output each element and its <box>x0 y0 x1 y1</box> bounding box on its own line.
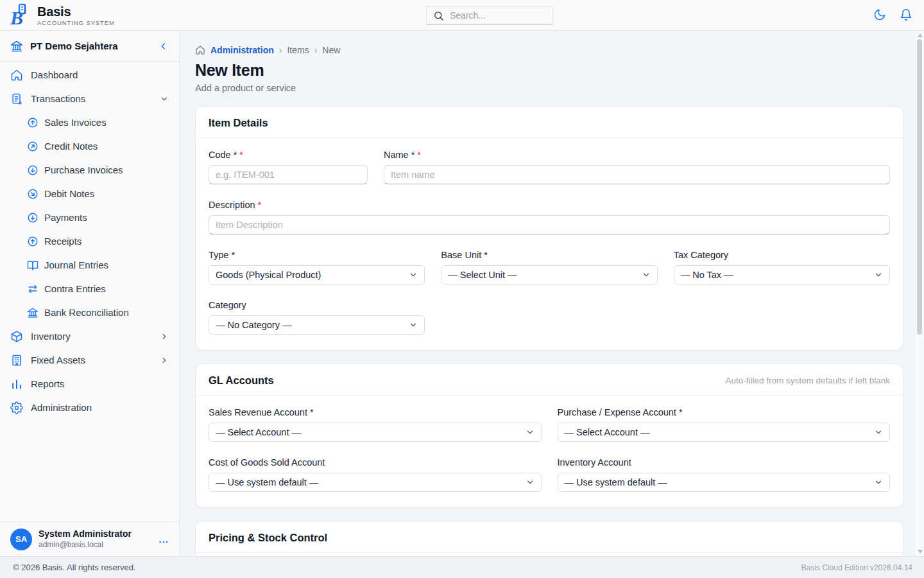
swap-arrows-icon <box>27 283 38 295</box>
description-input[interactable] <box>209 215 890 234</box>
chevron-down-icon <box>160 94 169 103</box>
chevron-down-icon <box>409 270 418 279</box>
user-menu-button[interactable]: ... <box>158 534 169 545</box>
receipt-icon <box>10 92 23 105</box>
page-title: New Item <box>195 61 903 80</box>
scrollbar-thumb[interactable] <box>917 39 922 335</box>
code-label: Code ** <box>209 150 368 160</box>
gl-accounts-card: GL Accounts Auto-filled from system defa… <box>195 363 903 508</box>
sidebar-item-sales-invoices[interactable]: Sales Invoices <box>0 110 179 134</box>
sidebar-item-bank-reconciliation[interactable]: Bank Reconciliation <box>0 301 179 324</box>
purchase-expense-account-select[interactable]: — Select Account — <box>558 423 891 442</box>
sidebar-nav: Dashboard Transactions Sales Invoices Cr… <box>0 62 179 521</box>
sidebar-item-fixed-assets[interactable]: Fixed Assets <box>0 348 179 372</box>
brand-tagline: ACCOUNTING SYSTEM <box>37 19 115 26</box>
sidebar-item-receipts[interactable]: Receipts <box>0 229 179 253</box>
breadcrumb-separator: › <box>314 45 318 55</box>
bar-chart-icon <box>10 378 23 390</box>
arrow-down-circle-icon <box>27 212 38 223</box>
inventory-account-label: Inventory Account <box>558 457 891 468</box>
sidebar-item-dashboard[interactable]: Dashboard <box>0 63 179 87</box>
sidebar-item-transactions[interactable]: Transactions <box>0 87 179 110</box>
breadcrumb: Administration › Items › New <box>195 45 903 55</box>
inventory-account-select[interactable]: — Use system default — <box>558 473 891 492</box>
required-mark: * <box>417 150 421 160</box>
cube-icon <box>10 330 23 343</box>
main-content: Administration › Items › New New Item Ad… <box>180 31 924 556</box>
user-email: admin@basis.local <box>38 540 152 550</box>
building-icon <box>10 354 23 367</box>
sidebar-item-administration[interactable]: Administration <box>0 396 179 419</box>
copyright-text: © 2026 Basis. All rights reserved. <box>13 563 136 572</box>
sidebar-item-journal-entries[interactable]: Journal Entries <box>0 253 179 277</box>
tax-category-select[interactable]: — No Tax — <box>674 265 890 285</box>
company-selector[interactable]: PT Demo Sejahtera <box>0 31 179 62</box>
notifications-bell-icon[interactable] <box>900 8 912 21</box>
chevron-down-icon <box>874 270 883 279</box>
breadcrumb-items[interactable]: Items <box>287 45 309 55</box>
chevron-right-icon <box>160 332 169 341</box>
sidebar-collapse-icon[interactable] <box>158 41 169 51</box>
chevron-right-icon <box>160 356 169 365</box>
bank-icon <box>27 307 38 319</box>
chevron-down-icon <box>409 320 418 329</box>
chevron-down-icon <box>874 478 883 487</box>
search-input[interactable] <box>450 10 546 21</box>
topbar: B Basis ACCOUNTING SYSTEM <box>0 0 924 31</box>
scrollbar-up-arrow[interactable] <box>918 33 923 37</box>
chevron-down-icon <box>642 270 651 279</box>
gear-icon <box>10 401 23 414</box>
arrow-up-circle-icon <box>27 117 38 128</box>
base-unit-select[interactable]: — Select Unit — <box>441 265 657 285</box>
scrollbar-down-arrow[interactable] <box>918 550 923 554</box>
dark-mode-toggle-moon-icon[interactable] <box>873 8 886 21</box>
description-label: Description* <box>209 200 890 210</box>
chevron-down-icon <box>526 428 535 437</box>
company-name: PT Demo Sejahtera <box>30 40 151 51</box>
home-icon <box>10 69 23 82</box>
brand-logo-icon: B <box>9 3 32 28</box>
sidebar-item-credit-notes[interactable]: Credit Notes <box>0 134 179 158</box>
sidebar-item-debit-notes[interactable]: Debit Notes <box>0 182 179 206</box>
search-icon <box>433 10 444 21</box>
gl-accounts-hint: Auto-filled from system defaults if left… <box>725 376 890 385</box>
breadcrumb-home-icon[interactable] <box>195 45 205 55</box>
tax-category-label: Tax Category <box>674 250 890 260</box>
cogs-account-select[interactable]: — Use system default — <box>209 473 542 492</box>
type-label: Type * <box>209 250 425 260</box>
breadcrumb-separator: › <box>279 45 282 55</box>
category-label: Category <box>209 300 425 310</box>
global-search[interactable] <box>426 6 553 24</box>
type-select[interactable]: Goods (Physical Product) <box>209 265 425 285</box>
breadcrumb-administration[interactable]: Administration <box>210 45 274 55</box>
book-open-icon <box>27 259 38 271</box>
user-name: System Administrator <box>38 529 152 540</box>
category-select[interactable]: — No Category — <box>209 315 425 335</box>
purchase-expense-account-label: Purchase / Expense Account * <box>558 407 891 417</box>
main-scrollbar[interactable] <box>916 31 924 556</box>
sidebar-item-purchase-invoices[interactable]: Purchase Invoices <box>0 158 179 182</box>
company-bank-icon <box>10 40 23 53</box>
sidebar-item-contra-entries[interactable]: Contra Entries <box>0 277 179 301</box>
name-input[interactable] <box>384 165 890 184</box>
required-mark: * <box>258 200 262 210</box>
sidebar-item-payments[interactable]: Payments <box>0 206 179 229</box>
gl-accounts-title: GL Accounts <box>209 374 274 387</box>
breadcrumb-new: New <box>322 45 340 55</box>
item-details-card: Item Details Code ** Name ** Description… <box>195 106 903 351</box>
pricing-stock-title: Pricing & Stock Control <box>209 532 327 544</box>
arrow-up-right-circle-icon <box>27 141 38 152</box>
edition-version-text: Basis Cloud Edition v2026.04.14 <box>801 563 912 572</box>
sales-revenue-account-label: Sales Revenue Account * <box>209 407 542 417</box>
sidebar-item-reports[interactable]: Reports <box>0 372 179 396</box>
brand-name: Basis <box>37 4 115 19</box>
footer: © 2026 Basis. All rights reserved. Basis… <box>0 556 924 578</box>
required-mark: * <box>239 150 243 160</box>
code-input[interactable] <box>209 165 368 184</box>
app-logo[interactable]: B Basis ACCOUNTING SYSTEM <box>9 3 115 28</box>
user-profile[interactable]: SA System Administrator admin@basis.loca… <box>0 521 179 556</box>
chevron-down-icon <box>526 478 535 487</box>
svg-text:B: B <box>10 7 23 28</box>
sales-revenue-account-select[interactable]: — Select Account — <box>209 423 542 442</box>
sidebar-item-inventory[interactable]: Inventory <box>0 324 179 348</box>
